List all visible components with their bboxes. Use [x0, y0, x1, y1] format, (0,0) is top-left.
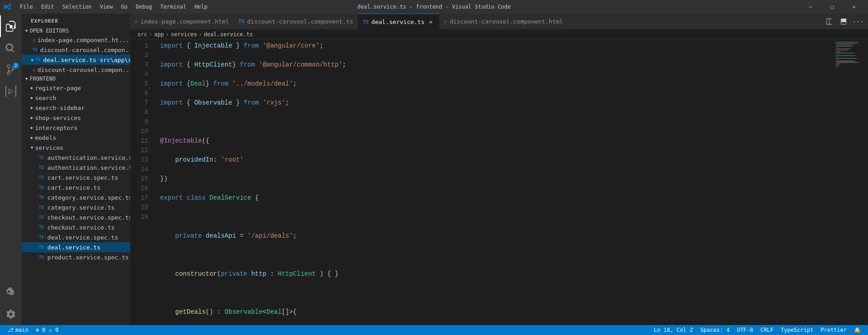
encoding-label: UTF-8 [737, 327, 753, 333]
minimap [835, 39, 862, 325]
status-formatter[interactable]: Prettier [817, 325, 850, 335]
status-notifications[interactable]: 🔔 [850, 325, 864, 335]
file-checkout-service[interactable]: TS checkout.service.ts [22, 222, 130, 232]
split-editor-button[interactable] [823, 15, 835, 28]
file-category-spec[interactable]: TS category.service.spec.ts [22, 192, 130, 202]
ts-file-icon: TS [39, 215, 44, 220]
status-bar: ⎇ main ⊗ 0 ⚠ 0 Ln 18, Col 2 Spaces: 4 UT… [0, 325, 868, 335]
open-editor-deal-ts[interactable]: ✕ TS deal.service.ts src\app\servic... [22, 55, 130, 65]
file-category-service[interactable]: TS category.service.ts [22, 202, 130, 212]
file-deal-spec[interactable]: TS deal.service.spec.ts [22, 232, 130, 242]
more-actions-button[interactable]: ··· [852, 15, 864, 28]
menu-terminal[interactable]: Terminal [156, 3, 190, 11]
breadcrumb-app[interactable]: app [154, 31, 164, 38]
folder-label: interceptors [35, 124, 77, 131]
menu-bar: File Edit Selection View Go Debug Termin… [16, 3, 211, 11]
close-button[interactable]: ✕ [844, 0, 864, 14]
activity-run[interactable] [0, 81, 22, 102]
tab-index-html[interactable]: ◇ index-page.component.html [130, 14, 234, 29]
menu-help[interactable]: Help [191, 3, 211, 11]
file-auth-service-spec[interactable]: TS authentication.service.sp... [22, 153, 130, 163]
status-branch[interactable]: ⎇ main [4, 325, 32, 335]
html-tab-icon: ◇ [135, 19, 138, 24]
file-checkout-spec[interactable]: TS checkout.service.spec.ts [22, 212, 130, 222]
folder-search[interactable]: ▶ search [22, 93, 130, 103]
menu-go[interactable]: Go [118, 3, 131, 11]
status-errors[interactable]: ⊗ 0 ⚠ 0 [32, 325, 62, 335]
minimize-button[interactable]: ─ [800, 0, 821, 14]
split-vertical-button[interactable] [837, 15, 850, 28]
folder-arrow: ▶ [31, 96, 33, 100]
close-editor-icon[interactable]: ✕ [31, 57, 34, 63]
eol-label: CRLF [760, 327, 774, 333]
status-spaces[interactable]: Spaces: 4 [697, 325, 733, 335]
breadcrumb-src[interactable]: src [137, 31, 147, 38]
file-auth-service[interactable]: TS authentication.service.ts [22, 163, 130, 172]
folder-shop-services[interactable]: ▶ shop-services [22, 113, 130, 123]
tab-actions: ··· [823, 14, 868, 29]
status-position[interactable]: Ln 18, Col 2 [650, 325, 697, 335]
editor-content: 12345678910111213141516171819 import { I… [130, 39, 868, 325]
title-bar-left: File Edit Selection View Go Debug Termin… [4, 3, 211, 11]
menu-edit[interactable]: Edit [38, 3, 58, 11]
menu-debug[interactable]: Debug [132, 3, 156, 11]
file-label: category.service.ts [47, 204, 115, 211]
tab-discount-html[interactable]: ◇ discount-carousel.component.html [439, 14, 568, 29]
open-editor-index-html[interactable]: ◇ index-page.component.ht... [22, 35, 130, 45]
activity-source-control[interactable]: 2 [0, 59, 22, 81]
folder-models[interactable]: ▶ models [22, 133, 130, 143]
source-control-badge: 2 [13, 62, 19, 69]
menu-selection[interactable]: Selection [59, 3, 95, 11]
ts-tab-icon: TS [363, 19, 368, 25]
file-deal-service[interactable]: TS deal.service.ts [22, 242, 130, 252]
activity-search[interactable] [0, 37, 22, 59]
menu-file[interactable]: File [16, 3, 37, 11]
file-label: authentication.service.sp... [47, 154, 130, 161]
formatter-label: Prettier [821, 327, 847, 333]
branch-label: main [15, 327, 28, 333]
folder-interceptors[interactable]: ▶ interceptors [22, 123, 130, 133]
open-editors-label: OPEN EDITORS [29, 28, 69, 34]
code-editor[interactable]: import { Injectable } from '@angular/cor… [153, 39, 835, 325]
ts-file-icon: TS [39, 185, 44, 190]
folder-services[interactable]: ▼ services [22, 143, 130, 153]
vscode-logo-icon [4, 3, 12, 11]
ts-file-icon: TS [39, 165, 44, 170]
tab-label: deal.service.ts [372, 19, 425, 25]
folder-search-sidebar[interactable]: ▶ search-sidebar [22, 103, 130, 113]
code-line-7: providedIn: 'root' [153, 155, 835, 165]
ts-file-icon: TS [39, 205, 44, 210]
tab-label: index-page.component.html [141, 18, 229, 25]
status-eol[interactable]: CRLF [757, 325, 777, 335]
tab-close-button[interactable]: ✕ [427, 18, 434, 25]
frontend-folder-header[interactable]: ▼ FRONTEND [22, 75, 130, 83]
code-line-11: private dealsApi = '/api/deals'; [153, 231, 835, 241]
activity-extensions[interactable] [0, 282, 22, 303]
maximize-button[interactable]: □ [822, 0, 843, 14]
open-editors-header[interactable]: ▼ OPEN EDITORS [22, 27, 130, 35]
file-cart-spec[interactable]: TS cart.service.spec.ts [22, 172, 130, 182]
code-line-12 [153, 250, 835, 260]
breadcrumb-separator: › [166, 31, 169, 38]
menu-view[interactable]: View [96, 3, 117, 11]
code-line-3: import {Deal} from '../models/deal'; [153, 79, 835, 89]
tab-deal-ts[interactable]: TS deal.service.ts ✕ [358, 14, 439, 29]
file-cart-service[interactable]: TS cart.service.ts [22, 182, 130, 192]
open-editor-discount-html[interactable]: ◇ discount-carousel.compon... [22, 65, 130, 75]
activity-settings[interactable] [0, 303, 22, 325]
folder-register-page[interactable]: ▶ register-page [22, 83, 130, 93]
code-line-1: import { Injectable } from '@angular/cor… [153, 41, 835, 51]
file-product-spec[interactable]: TS product.service.spec.ts [22, 252, 130, 262]
breadcrumb-services[interactable]: services [171, 31, 197, 38]
activity-explorer[interactable] [0, 15, 22, 37]
breadcrumb-file[interactable]: deal.service.ts [204, 31, 253, 38]
tab-bar: ◇ index-page.component.html TS discount-… [130, 14, 868, 29]
tab-discount-ts[interactable]: TS discount-carousel.component.ts [234, 14, 358, 29]
open-editor-label: discount-carousel.compon... [38, 67, 130, 73]
scrollbar[interactable] [862, 39, 868, 325]
open-editor-discount-ts[interactable]: TS discount-carousel.compon... [22, 45, 130, 55]
status-encoding[interactable]: UTF-8 [733, 325, 757, 335]
ts-file-icon: TS [39, 155, 44, 160]
frontend-arrow: ▼ [25, 77, 28, 81]
status-language[interactable]: TypeScript [777, 325, 817, 335]
